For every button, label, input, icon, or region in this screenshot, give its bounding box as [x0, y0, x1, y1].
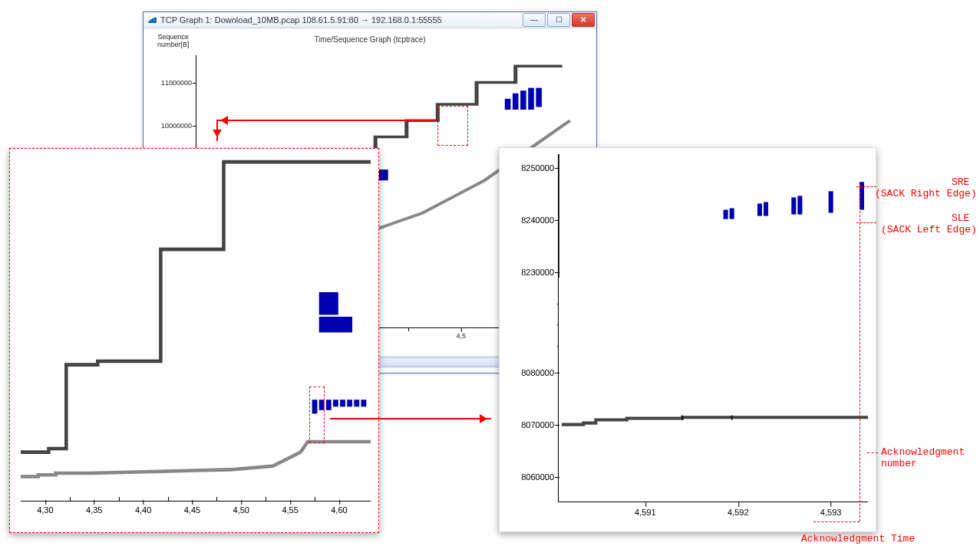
xtick: 4,30 [37, 505, 53, 515]
xtick: 4,5 [456, 332, 466, 340]
acknum-leader-icon [867, 452, 878, 453]
window-title: TCP Graph 1: Download_10MB.pcap 108.61.5… [160, 15, 521, 25]
sle-sublabel: (SACK Left Edge) [881, 224, 977, 235]
acktime-vline-icon [860, 184, 860, 521]
close-button[interactable]: ✕ [572, 13, 595, 27]
sre-sublabel: (SACK Right Edge) [875, 188, 977, 199]
highlight-box-zoom1 [309, 386, 325, 443]
ytick: 8250000 [503, 163, 554, 173]
zoom1-plot[interactable]: 4,30 4,35 4,40 4,45 4,50 4,55 4,60 [21, 155, 371, 502]
acktime-hline-icon [813, 521, 860, 522]
xtick: 4,593 [820, 508, 842, 517]
arrow-down-icon [216, 120, 218, 141]
acknum-label2: number [881, 458, 917, 469]
ytick: 8080000 [503, 368, 554, 377]
arrow-to-zoom2 [330, 418, 491, 419]
ytick: 11000000 [152, 79, 192, 87]
maximize-button[interactable]: ☐ [547, 13, 570, 27]
xtick: 4,50 [233, 505, 249, 515]
minimize-button[interactable]: — [523, 13, 546, 27]
ytick: 8070000 [503, 420, 554, 429]
xtick: 4,40 [135, 505, 151, 515]
ytick: 8060000 [503, 472, 554, 482]
zoom-panel-1: 4,30 4,35 4,40 4,45 4,50 4,55 4,60 [9, 148, 379, 533]
acknum-label: Acknowledgment [881, 446, 965, 458]
acktime-label: Acknowledgment Time [801, 533, 915, 544]
sre-label: SRE [952, 176, 969, 188]
arrow-to-zoom1 [216, 120, 436, 121]
ytick: 10000000 [152, 122, 192, 130]
titlebar[interactable]: TCP Graph 1: Download_10MB.pcap 108.61.5… [144, 12, 596, 28]
zoom2-plot[interactable]: 8250000 8240000 8230000 8080000 8070000 … [558, 154, 868, 502]
ytick: 8240000 [503, 215, 554, 225]
xtick: 4,592 [728, 508, 749, 517]
xtick: 4,60 [331, 505, 347, 515]
xtick: 4,55 [282, 505, 298, 515]
sle-label: SLE [952, 212, 969, 224]
ytick: 8230000 [503, 268, 554, 277]
zoom-panel-2: 8250000 8240000 8230000 8080000 8070000 … [499, 147, 876, 532]
chart-title: Time/Sequence Graph (tcptrace) [148, 35, 592, 44]
xtick: 4,45 [184, 505, 200, 515]
xtick: 4,591 [635, 508, 656, 517]
zoom2-svg [559, 154, 868, 463]
highlight-box-main [437, 106, 468, 146]
xtick: 4,35 [86, 505, 102, 515]
wireshark-icon [147, 15, 157, 25]
zoom1-svg [21, 155, 371, 505]
